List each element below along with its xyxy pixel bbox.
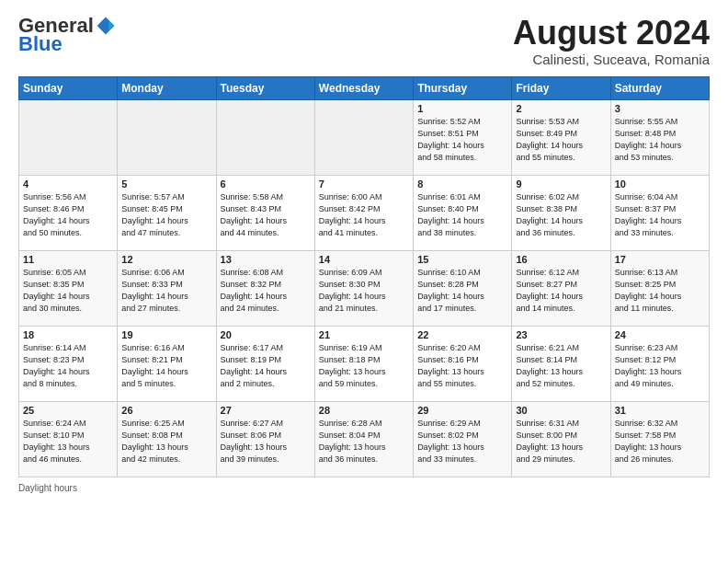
- day-info: Sunrise: 6:27 AM Sunset: 8:06 PM Dayligh…: [221, 418, 311, 465]
- calendar-week-row: 4Sunrise: 5:56 AM Sunset: 8:46 PM Daylig…: [19, 175, 710, 250]
- day-number: 4: [23, 178, 113, 190]
- day-info: Sunrise: 6:04 AM Sunset: 8:37 PM Dayligh…: [615, 191, 705, 239]
- calendar-cell: 9Sunrise: 6:02 AM Sunset: 8:38 PM Daylig…: [512, 175, 610, 250]
- day-number: 8: [417, 178, 507, 190]
- day-number: 28: [319, 405, 409, 416]
- calendar-cell: 30Sunrise: 6:31 AM Sunset: 8:00 PM Dayli…: [512, 401, 610, 477]
- day-info: Sunrise: 6:29 AM Sunset: 8:02 PM Dayligh…: [417, 418, 507, 465]
- logo: General Blue: [18, 15, 116, 55]
- calendar-cell: 27Sunrise: 6:27 AM Sunset: 8:06 PM Dayli…: [216, 401, 314, 477]
- calendar-cell: 4Sunrise: 5:56 AM Sunset: 8:46 PM Daylig…: [19, 175, 118, 250]
- calendar-cell: 1Sunrise: 5:52 AM Sunset: 8:51 PM Daylig…: [414, 99, 512, 175]
- day-info: Sunrise: 6:06 AM Sunset: 8:33 PM Dayligh…: [121, 267, 211, 315]
- day-number: 24: [615, 329, 705, 340]
- calendar-cell: 19Sunrise: 6:16 AM Sunset: 8:21 PM Dayli…: [118, 326, 216, 401]
- calendar-cell: 7Sunrise: 6:00 AM Sunset: 8:42 PM Daylig…: [314, 175, 413, 250]
- calendar-cell: [19, 99, 118, 175]
- calendar-day-header: Tuesday: [216, 76, 314, 99]
- day-info: Sunrise: 6:08 AM Sunset: 8:32 PM Dayligh…: [221, 267, 311, 315]
- day-number: 27: [221, 405, 311, 416]
- day-info: Sunrise: 6:24 AM Sunset: 8:10 PM Dayligh…: [23, 418, 113, 465]
- day-number: 13: [221, 254, 311, 265]
- calendar-cell: 23Sunrise: 6:21 AM Sunset: 8:14 PM Dayli…: [512, 326, 610, 401]
- day-number: 10: [615, 178, 705, 190]
- calendar-cell: 8Sunrise: 6:01 AM Sunset: 8:40 PM Daylig…: [414, 175, 512, 250]
- calendar-cell: 3Sunrise: 5:55 AM Sunset: 8:48 PM Daylig…: [610, 99, 709, 175]
- calendar-cell: 20Sunrise: 6:17 AM Sunset: 8:19 PM Dayli…: [216, 326, 314, 401]
- calendar-cell: 21Sunrise: 6:19 AM Sunset: 8:18 PM Dayli…: [314, 326, 413, 401]
- calendar-day-header: Friday: [512, 76, 610, 99]
- calendar-day-header: Thursday: [414, 76, 512, 99]
- calendar-cell: 17Sunrise: 6:13 AM Sunset: 8:25 PM Dayli…: [610, 250, 709, 326]
- calendar-cell: 15Sunrise: 6:10 AM Sunset: 8:28 PM Dayli…: [414, 250, 512, 326]
- day-number: 18: [23, 329, 113, 340]
- calendar-cell: 31Sunrise: 6:32 AM Sunset: 7:58 PM Dayli…: [610, 401, 709, 477]
- day-number: 21: [319, 329, 409, 340]
- calendar-cell: 6Sunrise: 5:58 AM Sunset: 8:43 PM Daylig…: [216, 175, 314, 250]
- calendar-cell: 24Sunrise: 6:23 AM Sunset: 8:12 PM Dayli…: [610, 326, 709, 401]
- calendar-day-header: Saturday: [610, 76, 709, 99]
- day-info: Sunrise: 6:20 AM Sunset: 8:16 PM Dayligh…: [417, 342, 507, 390]
- day-number: 16: [516, 254, 606, 265]
- day-info: Sunrise: 6:13 AM Sunset: 8:25 PM Dayligh…: [615, 267, 705, 315]
- day-number: 20: [221, 329, 311, 340]
- day-number: 11: [23, 254, 113, 265]
- day-info: Sunrise: 5:53 AM Sunset: 8:49 PM Dayligh…: [516, 116, 606, 164]
- calendar-cell: 26Sunrise: 6:25 AM Sunset: 8:08 PM Dayli…: [118, 401, 216, 477]
- day-info: Sunrise: 6:02 AM Sunset: 8:38 PM Dayligh…: [516, 191, 606, 239]
- calendar-cell: 5Sunrise: 5:57 AM Sunset: 8:45 PM Daylig…: [118, 175, 216, 250]
- day-info: Sunrise: 6:09 AM Sunset: 8:30 PM Dayligh…: [319, 267, 409, 315]
- day-info: Sunrise: 6:32 AM Sunset: 7:58 PM Dayligh…: [615, 418, 705, 465]
- day-number: 26: [121, 405, 211, 416]
- day-number: 15: [417, 254, 507, 265]
- calendar-week-row: 11Sunrise: 6:05 AM Sunset: 8:35 PM Dayli…: [19, 250, 710, 326]
- day-info: Sunrise: 6:19 AM Sunset: 8:18 PM Dayligh…: [319, 342, 409, 390]
- day-info: Sunrise: 6:05 AM Sunset: 8:35 PM Dayligh…: [23, 267, 113, 315]
- footer: Daylight hours: [18, 483, 710, 493]
- title-block: August 2024 Calinesti, Suceava, Romania: [513, 15, 710, 67]
- day-info: Sunrise: 6:14 AM Sunset: 8:23 PM Dayligh…: [23, 342, 113, 390]
- logo-icon: [96, 16, 116, 36]
- calendar-cell: 18Sunrise: 6:14 AM Sunset: 8:23 PM Dayli…: [19, 326, 118, 401]
- calendar-day-header: Sunday: [19, 76, 118, 99]
- calendar-cell: 22Sunrise: 6:20 AM Sunset: 8:16 PM Dayli…: [414, 326, 512, 401]
- day-info: Sunrise: 6:16 AM Sunset: 8:21 PM Dayligh…: [121, 342, 211, 390]
- day-number: 14: [319, 254, 409, 265]
- calendar-cell: 29Sunrise: 6:29 AM Sunset: 8:02 PM Dayli…: [414, 401, 512, 477]
- day-number: 3: [615, 103, 705, 114]
- day-number: 31: [615, 405, 705, 416]
- day-info: Sunrise: 6:23 AM Sunset: 8:12 PM Dayligh…: [615, 342, 705, 390]
- day-info: Sunrise: 5:58 AM Sunset: 8:43 PM Dayligh…: [221, 191, 311, 239]
- day-info: Sunrise: 5:57 AM Sunset: 8:45 PM Dayligh…: [121, 191, 211, 239]
- calendar-cell: 2Sunrise: 5:53 AM Sunset: 8:49 PM Daylig…: [512, 99, 610, 175]
- page: General Blue August 2024 Calinesti, Suce…: [0, 0, 728, 563]
- month-year: August 2024: [513, 15, 710, 52]
- day-number: 30: [516, 405, 606, 416]
- location: Calinesti, Suceava, Romania: [513, 52, 710, 67]
- day-number: 1: [417, 103, 507, 114]
- day-info: Sunrise: 6:21 AM Sunset: 8:14 PM Dayligh…: [516, 342, 606, 390]
- day-number: 17: [615, 254, 705, 265]
- calendar-week-row: 1Sunrise: 5:52 AM Sunset: 8:51 PM Daylig…: [19, 99, 710, 175]
- daylight-hours-label: Daylight hours: [18, 483, 77, 493]
- day-number: 19: [121, 329, 211, 340]
- calendar-cell: [314, 99, 413, 175]
- day-info: Sunrise: 5:55 AM Sunset: 8:48 PM Dayligh…: [615, 116, 705, 164]
- calendar-cell: 28Sunrise: 6:28 AM Sunset: 8:04 PM Dayli…: [314, 401, 413, 477]
- day-number: 6: [221, 178, 311, 190]
- day-number: 9: [516, 178, 606, 190]
- calendar-cell: [216, 99, 314, 175]
- day-number: 5: [121, 178, 211, 190]
- day-number: 23: [516, 329, 606, 340]
- calendar: SundayMondayTuesdayWednesdayThursdayFrid…: [18, 76, 710, 477]
- day-info: Sunrise: 6:00 AM Sunset: 8:42 PM Dayligh…: [319, 191, 409, 239]
- calendar-cell: [118, 99, 216, 175]
- calendar-day-header: Wednesday: [314, 76, 413, 99]
- day-info: Sunrise: 6:12 AM Sunset: 8:27 PM Dayligh…: [516, 267, 606, 315]
- day-number: 7: [319, 178, 409, 190]
- day-number: 12: [121, 254, 211, 265]
- day-info: Sunrise: 6:31 AM Sunset: 8:00 PM Dayligh…: [516, 418, 606, 465]
- calendar-cell: 11Sunrise: 6:05 AM Sunset: 8:35 PM Dayli…: [19, 250, 118, 326]
- calendar-cell: 16Sunrise: 6:12 AM Sunset: 8:27 PM Dayli…: [512, 250, 610, 326]
- day-info: Sunrise: 6:10 AM Sunset: 8:28 PM Dayligh…: [417, 267, 507, 315]
